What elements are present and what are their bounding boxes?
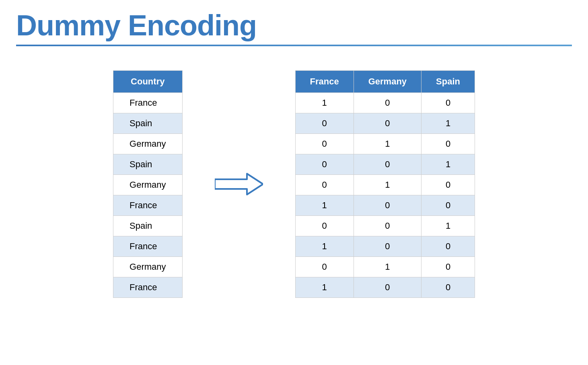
- table-row: 001: [295, 154, 475, 175]
- left-table-cell: Germany: [113, 134, 182, 154]
- left-table-cell: France: [113, 93, 182, 113]
- right-table-cell: 0: [421, 257, 475, 277]
- table-row: France: [113, 195, 182, 216]
- right-table-cell: 1: [295, 93, 354, 113]
- right-table-cell: 1: [295, 236, 354, 257]
- right-table-header-row: FranceGermanySpain: [295, 71, 475, 93]
- right-table-cell: 0: [421, 195, 475, 216]
- table-row: France: [113, 236, 182, 257]
- right-table-cell: 0: [354, 154, 421, 175]
- table-row: 001: [295, 113, 475, 134]
- right-table-cell: 0: [354, 277, 421, 298]
- right-table-cell: 0: [421, 134, 475, 154]
- table-row: 100: [295, 195, 475, 216]
- right-table-cell: 0: [354, 195, 421, 216]
- table-row: France: [113, 277, 182, 298]
- table-row: Germany: [113, 257, 182, 277]
- right-table-cell: 1: [421, 154, 475, 175]
- left-table-cell: France: [113, 277, 182, 298]
- right-table-cell: 0: [295, 154, 354, 175]
- right-table-cell: 1: [295, 277, 354, 298]
- left-table-cell: Spain: [113, 216, 182, 236]
- right-table-cell: 0: [295, 113, 354, 134]
- left-table-cell: Spain: [113, 113, 182, 134]
- table-row: Germany: [113, 175, 182, 195]
- page-title: Dummy Encoding: [16, 10, 572, 41]
- table-row: Spain: [113, 154, 182, 175]
- right-table-cell: 1: [295, 195, 354, 216]
- right-table-cell: 0: [354, 216, 421, 236]
- table-row: France: [113, 93, 182, 113]
- left-table-body: FranceSpainGermanySpainGermanyFranceSpai…: [113, 93, 182, 298]
- table-row: 010: [295, 257, 475, 277]
- right-table-cell: 0: [295, 257, 354, 277]
- right-table-cell: 0: [421, 277, 475, 298]
- right-table-cell: 0: [295, 216, 354, 236]
- right-table-cell: 1: [354, 175, 421, 195]
- right-table-cell: 1: [354, 257, 421, 277]
- right-table-col-header: Germany: [354, 71, 421, 93]
- right-table-cell: 1: [421, 216, 475, 236]
- right-table-cell: 0: [295, 175, 354, 195]
- table-row: 010: [295, 134, 475, 154]
- right-table-cell: 0: [421, 93, 475, 113]
- right-table-cell: 1: [421, 113, 475, 134]
- left-table-cell: France: [113, 236, 182, 257]
- table-row: 100: [295, 277, 475, 298]
- left-table-header: Country: [113, 71, 182, 93]
- left-table: Country FranceSpainGermanySpainGermanyFr…: [113, 70, 182, 298]
- table-row: 010: [295, 175, 475, 195]
- right-table-body: 100001010001010100001100010100: [295, 93, 475, 298]
- arrow-icon: [215, 172, 263, 196]
- left-table-cell: France: [113, 195, 182, 216]
- right-table-cell: 0: [421, 236, 475, 257]
- page-header: Dummy Encoding: [0, 0, 588, 46]
- table-row: 001: [295, 216, 475, 236]
- table-row: 100: [295, 236, 475, 257]
- left-table-cell: Germany: [113, 175, 182, 195]
- table-row: Spain: [113, 216, 182, 236]
- table-row: Spain: [113, 113, 182, 134]
- table-row: Germany: [113, 134, 182, 154]
- left-table-cell: Germany: [113, 257, 182, 277]
- right-table-cell: 1: [354, 134, 421, 154]
- right-table-cell: 0: [295, 134, 354, 154]
- right-table-col-header: France: [295, 71, 354, 93]
- content-area: Country FranceSpainGermanySpainGermanyFr…: [0, 46, 588, 322]
- right-table-cell: 0: [354, 93, 421, 113]
- table-row: 100: [295, 93, 475, 113]
- arrow-container: [215, 172, 263, 196]
- right-table-cell: 0: [354, 113, 421, 134]
- right-table: FranceGermanySpain 100001010001010100001…: [295, 70, 475, 298]
- right-table-col-header: Spain: [421, 71, 475, 93]
- right-table-cell: 0: [421, 175, 475, 195]
- svg-marker-0: [215, 174, 263, 195]
- left-table-cell: Spain: [113, 154, 182, 175]
- right-table-cell: 0: [354, 236, 421, 257]
